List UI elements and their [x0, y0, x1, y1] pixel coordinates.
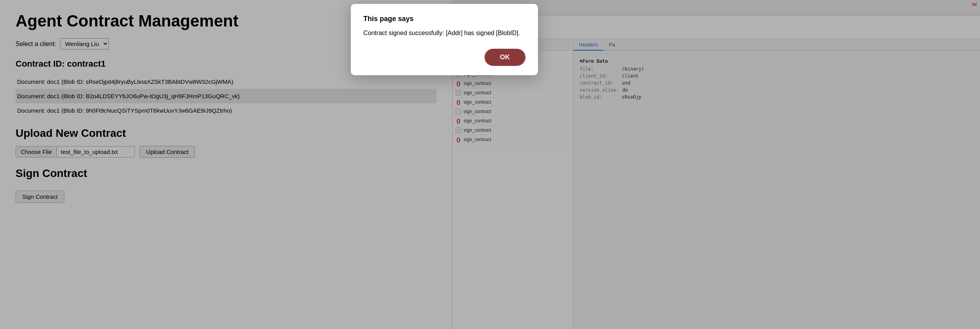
dialog-overlay: This page says Contract signed successfu…	[0, 0, 980, 329]
dialog-title: This page says	[363, 15, 525, 23]
dialog-message: Contract signed successfully: [Addr] has…	[363, 28, 525, 38]
dialog-box: This page says Contract signed successfu…	[351, 4, 538, 75]
dialog-ok-button[interactable]: OK	[485, 49, 526, 66]
